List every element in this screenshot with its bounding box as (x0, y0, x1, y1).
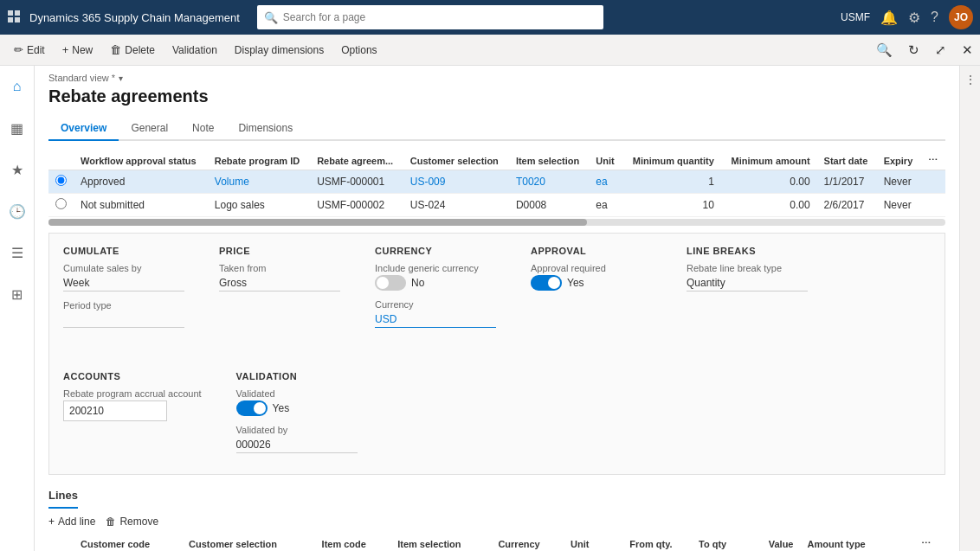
global-search-input[interactable] (283, 11, 596, 23)
toolbar-search-icon[interactable]: 🔍 (876, 42, 893, 58)
col-workflow-status[interactable]: Workflow approval status (74, 151, 208, 170)
toolbar-refresh-icon[interactable]: ↻ (908, 42, 919, 58)
nav-workspace-icon[interactable]: ☰ (3, 239, 31, 266)
lines-col-select (48, 535, 74, 551)
new-button[interactable]: + New (55, 40, 100, 60)
display-dimensions-button[interactable]: Display dimensions (228, 41, 331, 60)
table-row[interactable]: Not submitted Logo sales USMF-000002 US-… (48, 194, 945, 217)
nav-modules-icon[interactable]: ⊞ (3, 280, 31, 308)
delete-button[interactable]: 🗑 Delete (103, 40, 162, 60)
approval-required-label: Approval required (531, 263, 652, 273)
col-min-qty[interactable]: Minimum quantity (622, 151, 721, 170)
view-selector[interactable]: Standard view * ▾ (48, 73, 945, 83)
add-line-button[interactable]: + Add line (48, 516, 95, 528)
agreements-table-container: Workflow approval status Rebate program … (48, 151, 945, 226)
lines-col-amount-type[interactable]: Amount type (801, 535, 914, 551)
tab-dimensions[interactable]: Dimensions (226, 117, 305, 141)
include-generic-switch[interactable] (375, 275, 406, 291)
line-breaks-group: LINE BREAKS Rebate line break type Quant… (687, 246, 808, 336)
nav-filter-icon[interactable]: ▦ (3, 114, 31, 142)
break-type-value[interactable]: Quantity (687, 275, 808, 292)
approval-switch[interactable] (531, 275, 562, 291)
svg-rect-0 (8, 10, 13, 16)
lines-col-customer-selection[interactable]: Customer selection (182, 535, 315, 551)
notifications-icon[interactable]: 🔔 (880, 10, 898, 26)
row-radio[interactable] (48, 194, 74, 217)
validation-button[interactable]: Validation (165, 41, 224, 60)
top-navigation: Dynamics 365 Supply Chain Management 🔍 U… (0, 0, 980, 35)
lines-col-more[interactable]: ⋯ (914, 535, 946, 551)
nav-home-icon[interactable]: ⌂ (3, 73, 31, 100)
col-expiry[interactable]: Expiry (877, 151, 921, 170)
validation-group: VALIDATION Validated Yes Validated by 00… (236, 371, 358, 462)
tab-overview[interactable]: Overview (48, 117, 119, 141)
lines-col-currency[interactable]: Currency (491, 535, 564, 551)
row-customer-selection[interactable]: US-009 (403, 170, 509, 194)
approval-toggle[interactable]: Yes (531, 275, 652, 291)
lines-col-customer-code[interactable]: Customer code (74, 535, 182, 551)
row-item-selection[interactable]: T0020 (509, 170, 589, 194)
lines-col-to-qty[interactable]: To qty (680, 535, 734, 551)
right-panel: ⋮ (959, 66, 980, 551)
view-chevron-icon[interactable]: ▾ (119, 74, 123, 83)
help-icon[interactable]: ? (931, 10, 938, 25)
toolbar-expand-icon[interactable]: ⤢ (935, 42, 946, 58)
app-title: Dynamics 365 Supply Chain Management (29, 11, 240, 24)
horizontal-scrollbar[interactable] (48, 219, 945, 226)
row-start-date: 1/1/2017 (817, 170, 877, 194)
row-more (921, 170, 945, 194)
break-type-field: Rebate line break type Quantity (687, 263, 808, 292)
taken-from-value[interactable]: Gross (219, 275, 340, 292)
lines-col-unit[interactable]: Unit (564, 535, 606, 551)
remove-button[interactable]: 🗑 Remove (106, 516, 158, 528)
lines-col-item-selection[interactable]: Item selection (390, 535, 491, 551)
col-min-amount[interactable]: Minimum amount (721, 151, 817, 170)
remove-icon: 🗑 (106, 516, 116, 528)
lines-col-from-qty[interactable]: From qty. (606, 535, 680, 551)
settings-icon[interactable]: ⚙ (908, 10, 920, 26)
row-radio[interactable] (48, 170, 74, 194)
currency-value[interactable]: USD (375, 311, 496, 328)
validated-by-value[interactable]: 000026 (236, 437, 358, 453)
row-rebate-program[interactable]: Volume (208, 170, 310, 194)
include-generic-toggle[interactable]: No (375, 275, 496, 291)
row-more (921, 194, 945, 217)
accounts-title: ACCOUNTS (63, 371, 202, 381)
col-unit[interactable]: Unit (589, 151, 622, 170)
accrual-value[interactable]: 200210 (63, 400, 167, 421)
svg-rect-2 (8, 17, 13, 22)
tab-note[interactable]: Note (180, 117, 226, 141)
taken-from-label: Taken from (219, 263, 340, 273)
row-rebate-program: Logo sales (208, 194, 310, 217)
nav-favorites-icon[interactable]: ★ (3, 156, 31, 183)
validated-label: Validated (236, 388, 358, 399)
col-start-date[interactable]: Start date (817, 151, 877, 170)
col-more[interactable]: ⋯ (921, 151, 945, 170)
app-grid-icon[interactable] (7, 10, 21, 26)
period-type-value[interactable] (63, 312, 184, 328)
table-row[interactable]: Approved Volume USMF-000001 US-009 T0020… (48, 170, 945, 194)
right-panel-icon[interactable]: ⋮ (964, 73, 977, 86)
col-customer-selection[interactable]: Customer selection (403, 151, 509, 170)
col-rebate-agreement[interactable]: Rebate agreem... (310, 151, 403, 170)
options-button[interactable]: Options (334, 41, 384, 60)
horizontal-scrollbar-thumb[interactable] (48, 219, 587, 226)
validated-switch[interactable] (236, 400, 268, 416)
validated-toggle[interactable]: Yes (236, 400, 358, 416)
edit-button[interactable]: ✏ Edit (7, 40, 52, 60)
avatar[interactable]: JO (949, 5, 973, 29)
currency-label: Currency (375, 299, 496, 310)
col-item-selection[interactable]: Item selection (509, 151, 589, 170)
cumulate-sales-value[interactable]: Week (63, 275, 184, 292)
details-section: CUMULATE Cumulate sales by Week Period t… (48, 233, 945, 475)
row-unit[interactable]: ea (589, 170, 622, 194)
new-icon: + (62, 43, 69, 56)
lines-col-value[interactable]: Value (733, 535, 800, 551)
edit-icon: ✏ (14, 43, 23, 56)
nav-recent-icon[interactable]: 🕒 (3, 197, 31, 225)
global-search-bar[interactable]: 🔍 (257, 5, 603, 29)
lines-col-item-code[interactable]: Item code (315, 535, 391, 551)
tab-general[interactable]: General (119, 117, 180, 141)
col-rebate-program[interactable]: Rebate program ID (208, 151, 310, 170)
toolbar-close-icon[interactable]: ✕ (962, 42, 973, 58)
